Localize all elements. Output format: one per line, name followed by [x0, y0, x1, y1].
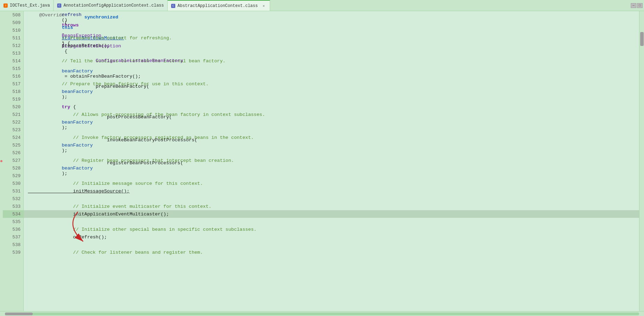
- line-num-526: 526: [3, 149, 23, 157]
- line-num-538: 538: [3, 241, 23, 248]
- line-num-512: 512: [3, 42, 23, 49]
- code-line-522: postProcessBeanFactory( beanFactory );: [24, 118, 639, 126]
- code-line-530: // Initialize message source for this co…: [24, 180, 639, 187]
- line-num-533: 533: [3, 203, 23, 210]
- tab-bar: J IOCTest_Ext.java C AnnotationConfigApp…: [0, 0, 644, 11]
- code-line-534: initApplicationEventMulticaster();: [24, 210, 639, 218]
- tab-label-abstract: AbstractApplicationContext.class: [177, 3, 258, 8]
- bottom-scrollbar[interactable]: [0, 311, 644, 316]
- code-line-510: synchronized ( this . startupShutdownMon…: [24, 26, 639, 34]
- maximize-button[interactable]: □: [637, 3, 643, 8]
- line-num-515: 515: [3, 65, 23, 72]
- code-line-533: // Initialize event multicaster for this…: [24, 203, 639, 210]
- line-num-516: 516: [3, 72, 23, 80]
- line-num-525: 525: [3, 141, 23, 149]
- code-area[interactable]: @Override public void refresh () throws …: [24, 11, 639, 311]
- scrollbar-thumb[interactable]: [640, 32, 644, 46]
- line-num-522: 522: [3, 118, 23, 126]
- line-num-529: 529: [3, 172, 23, 180]
- comment-530: // Initialize message source for this co…: [28, 181, 203, 186]
- comment-539: // Check for listener beans and register…: [28, 250, 203, 255]
- java-icon: J: [3, 3, 8, 8]
- tab-close-button[interactable]: ✕: [261, 3, 266, 8]
- line-num-519: 519: [3, 95, 23, 103]
- code-line-532: [24, 195, 639, 203]
- tab-ioctest[interactable]: J IOCTest_Ext.java: [0, 0, 54, 11]
- code-line-528: registerBeanPostProcessors( beanFactory …: [24, 164, 639, 172]
- code-line-537: onRefresh();: [24, 233, 639, 241]
- indicator-dot: [0, 160, 2, 162]
- code-line-525: invokeBeanFactoryPostProcessors( beanFac…: [24, 141, 639, 149]
- scrollbar-right[interactable]: [639, 11, 644, 311]
- code-537: onRefresh();: [28, 235, 107, 240]
- line-num-520: 520: [3, 103, 23, 111]
- comment-536: // Initialize other special beans in spe…: [28, 227, 256, 232]
- line-num-517: 517: [3, 80, 23, 88]
- line-num-513: 513: [3, 49, 23, 57]
- line-num-531: 531: [3, 187, 23, 195]
- line-num-521: 521: [3, 111, 23, 118]
- code-line-529: [24, 172, 639, 180]
- code-line-519: [24, 95, 639, 103]
- line-num-539: 539: [3, 248, 23, 256]
- editor-body: 508 509 510 511 512 513 514 515 516 517 …: [0, 11, 644, 311]
- line-num-535: 535: [3, 218, 23, 226]
- code-512: prepareRefresh();: [28, 43, 110, 48]
- h-scrollbar-thumb[interactable]: [5, 313, 33, 315]
- line-num-511: 511: [3, 34, 23, 42]
- tab-label-annotation: AnnotationConfigApplicationContext.class: [63, 3, 164, 8]
- tab-abstract[interactable]: C AbstractApplicationContext.class ✕: [168, 0, 270, 11]
- h-scrollbar-track[interactable]: [5, 313, 639, 315]
- code-line-515: ConfigurableListableBeanFactory beanFact…: [24, 65, 639, 72]
- minimize-button[interactable]: —: [631, 3, 636, 8]
- code-line-531: initMessageSource();: [24, 187, 639, 195]
- code-lines: @Override public void refresh () throws …: [24, 11, 639, 256]
- comment-533: // Initialize event multicaster for this…: [28, 204, 212, 209]
- code-line-512: prepareRefresh();: [24, 42, 639, 49]
- line-num-523: 523: [3, 126, 23, 134]
- tab-label-ioctest: IOCTest_Ext.java: [10, 3, 50, 8]
- line-num-527: 527: [3, 157, 23, 164]
- code-534: initApplicationEventMulticaster();: [28, 212, 169, 217]
- code-line-518: prepareBeanFactory( beanFactory );: [24, 88, 639, 95]
- line-num-528: 528: [3, 164, 23, 172]
- line-num-536: 536: [3, 226, 23, 233]
- line-num-514: 514: [3, 57, 23, 65]
- line-num-510: 510: [3, 26, 23, 34]
- code-line-538: [24, 241, 639, 248]
- class-icon-abstract: C: [171, 4, 175, 8]
- line-num-530: 530: [3, 180, 23, 187]
- line-num-532: 532: [3, 195, 23, 203]
- editor-container: J IOCTest_Ext.java C AnnotationConfigApp…: [0, 0, 644, 316]
- line-num-534: 534: [3, 210, 23, 218]
- comment-511: // Prepare this context for refreshing.: [28, 35, 172, 41]
- tab-annotation[interactable]: C AnnotationConfigApplicationContext.cla…: [54, 0, 168, 11]
- line-num-509: 509: [3, 19, 23, 26]
- window-controls: — □: [631, 3, 644, 8]
- line-num-524: 524: [3, 134, 23, 141]
- line-num-508: 508: [3, 11, 23, 19]
- code-line-539: // Check for listener beans and register…: [24, 248, 639, 256]
- left-indicator: [0, 11, 3, 311]
- line-num-537: 537: [3, 233, 23, 241]
- code-line-535: [24, 218, 639, 226]
- line-num-518: 518: [3, 88, 23, 95]
- class-icon-annotation: C: [57, 3, 61, 8]
- code-531: initMessageSource();: [28, 189, 130, 194]
- line-numbers: 508 509 510 511 512 513 514 515 516 517 …: [3, 11, 24, 311]
- code-line-511: // Prepare this context for refreshing.: [24, 34, 639, 42]
- code-line-536: // Initialize other special beans in spe…: [24, 226, 639, 233]
